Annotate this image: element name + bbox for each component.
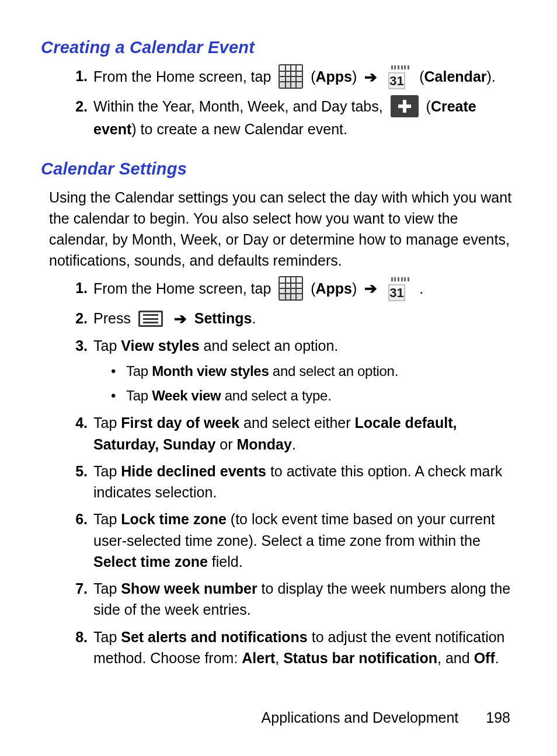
text: and select an option. <box>269 363 398 379</box>
calendar-label: Calendar <box>424 68 487 85</box>
text: From the Home screen, tap <box>93 68 275 85</box>
calendar-icon: 31 <box>388 65 412 88</box>
text: ) to create a new Calendar event. <box>131 121 347 137</box>
arrow-icon: ➔ <box>364 67 377 89</box>
page-number: 198 <box>486 707 510 728</box>
step-item: Tap Set alerts and notifications to adju… <box>58 626 516 669</box>
bold-label: Status bar notification <box>283 650 437 666</box>
step-item: Tap Hide declined events to activate thi… <box>58 461 516 503</box>
text: . <box>252 310 256 326</box>
text: , and <box>437 650 474 666</box>
bold-label: Monday <box>236 436 291 452</box>
bold-label: Off <box>474 650 495 666</box>
text: Tap <box>126 363 152 379</box>
bold-label: First day of week <box>121 414 239 431</box>
text: and select an option. <box>200 337 339 354</box>
calendar-icon-number: 31 <box>388 72 405 89</box>
menu-icon <box>138 311 163 327</box>
step-item: Tap First day of week and select either … <box>58 412 516 455</box>
footer-section: Applications and Development <box>262 709 459 726</box>
step-item: Tap Lock time zone (to lock event time b… <box>58 508 516 572</box>
text: ( <box>311 280 315 296</box>
bold-label: Hide declined events <box>121 463 266 479</box>
step-item: Within the Year, Month, Week, and Day ta… <box>58 96 516 140</box>
arrow-icon: ➔ <box>174 308 187 330</box>
text: Tap <box>93 463 121 479</box>
step-item: Tap View styles and select an option. Ta… <box>58 335 516 406</box>
text: Tap <box>93 337 121 354</box>
bold-label: Week view <box>152 388 221 403</box>
steps-calendar-settings: From the Home screen, tap (Apps) ➔ 31 . … <box>58 277 516 668</box>
bold-label: Show week number <box>121 580 257 597</box>
calendar-icon: 31 <box>388 277 412 299</box>
text: . <box>419 280 423 296</box>
text: Tap <box>93 580 121 597</box>
bold-label: Lock time zone <box>121 511 227 527</box>
bullet-item: Tap Week view and select a type. <box>111 386 516 406</box>
apps-label: Apps <box>316 68 353 85</box>
step-item: Press ➔ Settings. <box>58 308 516 330</box>
page-footer: Applications and Development 198 <box>262 707 510 728</box>
text: . <box>292 436 296 452</box>
manual-page: Creating a Calendar Event From the Home … <box>0 0 557 756</box>
bold-label: Alert <box>242 650 275 666</box>
step-item: Tap Show week number to display the week… <box>58 578 516 621</box>
text: , <box>275 650 283 666</box>
calendar-icon-number: 31 <box>388 284 405 301</box>
arrow-icon: ➔ <box>364 278 377 300</box>
bold-label: Select time zone <box>93 553 208 570</box>
bold-label: Month view styles <box>152 363 269 379</box>
text: From the Home screen, tap <box>93 280 275 296</box>
section-title-creating-event: Creating a Calendar Event <box>41 35 516 60</box>
section-title-calendar-settings: Calendar Settings <box>41 156 516 181</box>
intro-paragraph: Using the Calendar settings you can sele… <box>49 187 516 271</box>
plus-icon <box>391 95 419 117</box>
sub-bullets: Tap Month view styles and select an opti… <box>111 361 516 407</box>
step-item: From the Home screen, tap (Apps) ➔ 31 . <box>58 277 516 302</box>
text: ) <box>352 280 357 296</box>
text: ( <box>419 68 424 85</box>
apps-label: Apps <box>316 280 353 296</box>
text: ) <box>352 68 357 85</box>
text: Tap <box>93 511 121 527</box>
settings-label: Settings <box>194 310 252 326</box>
text: or <box>215 436 236 452</box>
text: and select a type. <box>221 388 331 403</box>
text: Press <box>93 310 135 326</box>
text: and select either <box>239 414 354 431</box>
text: field. <box>208 553 243 570</box>
text: Tap <box>93 629 121 645</box>
text: Tap <box>126 388 152 403</box>
text: ( <box>426 98 431 114</box>
text: . <box>495 650 499 666</box>
bold-label: View styles <box>121 337 199 354</box>
text: ). <box>487 68 496 85</box>
apps-icon <box>278 64 303 89</box>
step-item: From the Home screen, tap (Apps) ➔ 31 (C… <box>58 65 516 90</box>
text: Tap <box>93 414 121 431</box>
text: Within the Year, Month, Week, and Day ta… <box>93 98 387 114</box>
steps-creating-event: From the Home screen, tap (Apps) ➔ 31 (C… <box>58 65 516 140</box>
apps-icon <box>278 276 303 301</box>
bullet-item: Tap Month view styles and select an opti… <box>111 361 516 382</box>
text: ( <box>311 68 315 85</box>
bold-label: Set alerts and notifications <box>121 629 308 645</box>
